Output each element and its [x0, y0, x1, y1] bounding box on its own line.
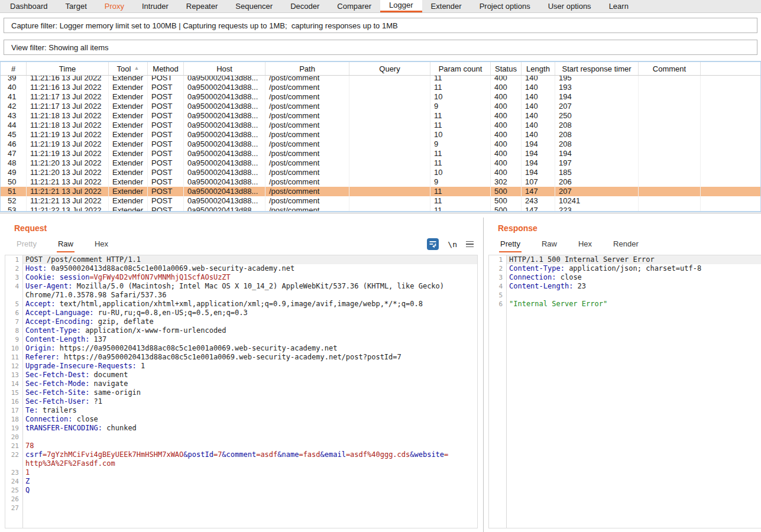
header-cell-status[interactable]: Status	[491, 62, 522, 75]
menu-tab-sequencer[interactable]: Sequencer	[226, 0, 281, 12]
table-row-40[interactable]: 4011:21:16 13 Jul 2022ExtenderPOST0a9500…	[1, 83, 760, 92]
code-segment: Accept-Language:	[25, 309, 94, 317]
cell-method: POST	[148, 92, 184, 102]
code-segment: tRANSFER-ENCODING:	[25, 424, 102, 432]
capture-filter-text: Capture filter: Logger memory limit set …	[11, 21, 398, 30]
table-row-50[interactable]: 5011:21:21 13 Jul 2022ExtenderPOST0a9500…	[1, 177, 760, 187]
table-row-42[interactable]: 4211:21:17 13 Jul 2022ExtenderPOST0a9500…	[1, 102, 760, 111]
code-text: Sec-Fetch-Site: same-origin	[23, 388, 477, 397]
menu-tab-learn[interactable]: Learn	[600, 0, 637, 12]
request-line-19: 19tRANSFER-ENCODING: chunked	[5, 424, 477, 433]
code-segment: application/x-www-form-urlencoded	[81, 326, 226, 335]
header-cell-time[interactable]: Time	[27, 62, 109, 75]
header-cell-host[interactable]: Host	[184, 62, 265, 75]
response-tab-pretty[interactable]: Pretty	[499, 239, 522, 252]
cell-comment	[639, 187, 701, 196]
response-tab-hex[interactable]: Hex	[577, 239, 593, 252]
line-number: 5	[489, 291, 507, 300]
menu-tab-target[interactable]: Target	[57, 0, 96, 12]
code-segment: &name	[277, 450, 299, 459]
cell-comment	[639, 196, 701, 206]
request-line-12: 12Upgrade-Insecure-Requests: 1	[5, 362, 477, 371]
request-line-2: 2Host: 0a9500020413d88ac08c5c1e001a0069.…	[5, 264, 477, 273]
request-tab-hex[interactable]: Hex	[93, 239, 109, 252]
code-segment: http%3A%2F%2Fasdf.com	[25, 459, 115, 468]
horizontal-splitter[interactable]	[0, 213, 761, 218]
table-row-41[interactable]: 4111:21:17 13 Jul 2022ExtenderPOST0a9500…	[1, 92, 760, 102]
response-tabs: PrettyRawHexRender	[499, 238, 761, 252]
cell-: 48	[1, 158, 27, 168]
code-segment: Host:	[25, 264, 47, 273]
line-number: 4	[489, 282, 507, 291]
header-cell-tool[interactable]: Tool▲	[109, 62, 148, 75]
cell-comment	[639, 177, 701, 187]
response-tab-render[interactable]: Render	[612, 239, 640, 252]
table-row-52[interactable]: 5211:21:21 13 Jul 2022ExtenderPOST0a9500…	[1, 196, 760, 206]
cell-comment	[639, 149, 701, 158]
request-editor-toolbar: \n	[427, 238, 474, 250]
cell-time: 11:21:17 13 Jul 2022	[27, 102, 109, 111]
cell-query	[349, 83, 430, 92]
request-panel-title: Request	[14, 223, 483, 233]
menu-tab-logger[interactable]: Logger	[380, 0, 422, 12]
menu-tab-user-options[interactable]: User options	[539, 0, 600, 12]
cell-tool: Extender	[109, 102, 148, 111]
table-row-39[interactable]: 3911:21:16 13 Jul 2022ExtenderPOST0a9500…	[1, 76, 760, 83]
cell-host: 0a9500020413d88...	[184, 158, 265, 168]
header-cell-comment[interactable]: Comment	[639, 62, 701, 75]
cell-start-response-timer: 185	[555, 168, 639, 177]
table-row-48[interactable]: 4811:21:20 13 Jul 2022ExtenderPOST0a9500…	[1, 158, 760, 168]
line-number: 13	[5, 371, 23, 379]
menu-tab-dashboard[interactable]: Dashboard	[1, 0, 57, 12]
request-line-6: 6Accept-Language: ru-RU,ru;q=0.8,en-US;q…	[5, 309, 477, 317]
request-editor[interactable]: 1POST /post/comment HTTP/1.12Host: 0a950…	[5, 255, 478, 528]
header-cell-length[interactable]: Length	[522, 62, 555, 75]
table-row-44[interactable]: 4411:21:18 13 Jul 2022ExtenderPOST0a9500…	[1, 121, 760, 130]
cell-filler	[701, 177, 760, 187]
response-panel-title: Response	[498, 223, 761, 233]
table-row-53[interactable]: 5311:21:22 13 Jul 2022ExtenderPOST0a9500…	[1, 206, 760, 211]
cell-time: 11:21:16 13 Jul 2022	[27, 76, 109, 83]
table-row-43[interactable]: 4311:21:18 13 Jul 2022ExtenderPOST0a9500…	[1, 111, 760, 121]
menu-tab-project-options[interactable]: Project options	[471, 0, 539, 12]
cell-start-response-timer: 193	[555, 83, 639, 92]
request-tab-pretty[interactable]: Pretty	[15, 239, 38, 252]
header-cell-param-count[interactable]: Param count	[430, 62, 491, 75]
cell-method: POST	[148, 140, 184, 149]
capture-filter-bar[interactable]: Capture filter: Logger memory limit set …	[4, 18, 757, 33]
menu-tab-extender[interactable]: Extender	[422, 0, 471, 12]
request-tab-raw[interactable]: Raw	[57, 239, 75, 252]
response-tab-raw[interactable]: Raw	[540, 239, 558, 252]
cell-query	[349, 168, 430, 177]
table-row-49[interactable]: 4911:21:20 13 Jul 2022ExtenderPOST0a9500…	[1, 168, 760, 177]
newline-icon[interactable]: \n	[448, 240, 457, 249]
header-cell-start-response-timer[interactable]: Start response timer	[555, 62, 639, 75]
table-row-46[interactable]: 4611:21:19 13 Jul 2022ExtenderPOST0a9500…	[1, 140, 760, 149]
table-row-47[interactable]: 4711:21:19 13 Jul 2022ExtenderPOST0a9500…	[1, 149, 760, 158]
cell-filler	[701, 149, 760, 158]
response-editor[interactable]: 1HTTP/1.1 500 Internal Server Error2Cont…	[488, 255, 761, 528]
cell-start-response-timer: 223	[555, 206, 639, 211]
menu-tab-proxy[interactable]: Proxy	[96, 0, 133, 12]
header-cell-query[interactable]: Query	[349, 62, 430, 75]
table-row-45[interactable]: 4511:21:19 13 Jul 2022ExtenderPOST0a9500…	[1, 130, 760, 140]
header-label: Time	[59, 64, 76, 73]
pretty-print-icon[interactable]	[427, 238, 439, 250]
header-cell-method[interactable]: Method	[148, 62, 184, 75]
menu-tab-repeater[interactable]: Repeater	[177, 0, 226, 12]
cell-filler	[701, 206, 760, 211]
menu-tab-intruder[interactable]: Intruder	[133, 0, 177, 12]
header-cell-path[interactable]: Path	[265, 62, 349, 75]
cell-status: 400	[491, 168, 522, 177]
line-number: 10	[5, 344, 23, 353]
menu-tab-decoder[interactable]: Decoder	[281, 0, 328, 12]
cell-path: /post/comment	[265, 196, 349, 206]
view-filter-bar[interactable]: View filter: Showing all items	[4, 40, 757, 55]
menu-tab-comparer[interactable]: Comparer	[328, 0, 380, 12]
menu-icon[interactable]	[466, 241, 474, 248]
cell-: 45	[1, 130, 27, 140]
cell-method: POST	[148, 196, 184, 206]
table-row-51[interactable]: 5111:21:21 13 Jul 2022ExtenderPOST0a9500…	[1, 187, 760, 196]
cell-start-response-timer: 195	[555, 76, 639, 83]
header-cell-[interactable]: #	[1, 62, 27, 75]
